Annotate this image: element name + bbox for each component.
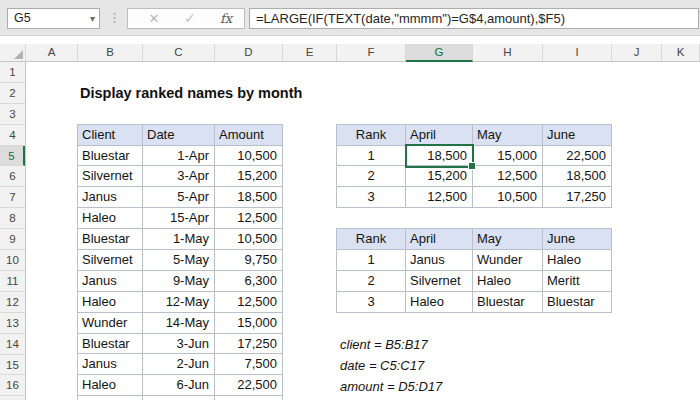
table-cell[interactable]: Haleo <box>543 250 612 271</box>
table-cell[interactable]: 18,500 <box>543 166 612 187</box>
table-cell[interactable]: 22,500 <box>215 375 283 396</box>
row-header-12[interactable]: 12 <box>0 292 25 313</box>
table-cell[interactable]: Janus <box>78 187 143 208</box>
table-cell[interactable]: 7,500 <box>215 354 283 375</box>
table-cell[interactable]: Silvernet <box>78 250 143 271</box>
table-cell[interactable]: Bluestar <box>543 292 612 313</box>
table-cell[interactable]: 12,500 <box>473 166 543 187</box>
table-cell[interactable]: Janus <box>78 271 143 292</box>
row-header-10[interactable]: 10 <box>0 250 25 271</box>
column-header-H[interactable]: H <box>473 44 543 61</box>
table-cell[interactable]: 15,000 <box>215 313 283 334</box>
table-cell[interactable]: 22,500 <box>543 146 612 167</box>
table-cell[interactable]: 14-May <box>143 313 215 334</box>
table-cell[interactable]: 15-Apr <box>143 208 215 229</box>
table-cell[interactable]: Bluestar <box>78 334 143 355</box>
table-cell[interactable]: 6-Jun <box>143 375 215 396</box>
select-all-corner[interactable] <box>0 44 26 61</box>
column-header-D[interactable]: D <box>215 44 283 61</box>
table-cell[interactable]: 1 <box>337 146 406 167</box>
table-cell[interactable]: Janus <box>78 354 143 375</box>
table-cell[interactable]: Janus <box>406 250 473 271</box>
column-header-cell[interactable]: June <box>543 125 612 146</box>
table-cell[interactable]: Wunder <box>78 313 143 334</box>
table-cell[interactable]: 17,250 <box>215 334 283 355</box>
row-header-16[interactable]: 16 <box>0 376 25 397</box>
table-cell[interactable]: 1 <box>337 250 406 271</box>
row-header-8[interactable]: 8 <box>0 208 25 229</box>
insert-function-icon[interactable]: fx <box>214 9 238 28</box>
table-cell[interactable]: 1-May <box>143 229 215 250</box>
table-cell[interactable]: 6,300 <box>215 271 283 292</box>
table-cell[interactable]: 10,500 <box>473 187 543 208</box>
table-cell[interactable]: Silvernet <box>78 166 143 187</box>
row-header-2[interactable]: 2 <box>0 83 25 104</box>
column-header-F[interactable]: F <box>337 44 406 61</box>
column-header-cell[interactable]: Client <box>78 125 143 146</box>
column-header-A[interactable]: A <box>26 44 78 61</box>
table-cell[interactable]: Meritt <box>543 271 612 292</box>
table-cell[interactable]: 2-Jun <box>143 354 215 375</box>
table-cell[interactable]: 2 <box>337 166 406 187</box>
row-header-4[interactable]: 4 <box>0 125 25 146</box>
table-cell[interactable]: 12,500 <box>406 187 473 208</box>
column-header-cell[interactable]: May <box>473 125 543 146</box>
row-header-6[interactable]: 6 <box>0 167 25 188</box>
row-header-15[interactable]: 15 <box>0 355 25 376</box>
row-header-1[interactable]: 1 <box>0 62 25 83</box>
table-cell[interactable]: 18,500 <box>215 187 283 208</box>
formula-input[interactable]: =LARGE(IF(TEXT(date,"mmmm")=G$4,amount),… <box>249 8 699 29</box>
column-header-B[interactable]: B <box>78 44 143 61</box>
table-cell[interactable]: Haleo <box>78 292 143 313</box>
column-header-cell[interactable]: Amount <box>215 125 283 146</box>
cancel-icon[interactable]: ✕ <box>142 9 166 28</box>
table-cell[interactable]: 18,500 <box>215 396 283 400</box>
table-cell[interactable]: 3-Jun <box>143 334 215 355</box>
enter-icon[interactable]: ✓ <box>178 9 202 28</box>
table-cell[interactable]: Haleo <box>78 208 143 229</box>
table-cell[interactable]: 15,200 <box>406 166 473 187</box>
table-cell[interactable]: 12,500 <box>215 208 283 229</box>
table-cell[interactable]: 9,750 <box>215 250 283 271</box>
row-header-14[interactable]: 14 <box>0 334 25 355</box>
table-cell[interactable]: Haleo <box>473 271 543 292</box>
table-cell[interactable]: Bluestar <box>78 229 143 250</box>
table-cell[interactable]: Meritt <box>78 396 143 400</box>
column-header-K[interactable]: K <box>662 44 700 61</box>
table-cell[interactable]: 3-Apr <box>143 166 215 187</box>
name-box-dropdown-icon[interactable]: ▾ <box>90 9 95 28</box>
column-header-J[interactable]: J <box>612 44 662 61</box>
table-cell[interactable]: 3 <box>337 292 406 313</box>
row-header-17[interactable]: 17 <box>0 396 25 400</box>
table-cell[interactable]: Haleo <box>78 375 143 396</box>
table-cell[interactable]: 17,250 <box>543 187 612 208</box>
table-cell[interactable]: Bluestar <box>473 292 543 313</box>
column-header-I[interactable]: I <box>543 44 612 61</box>
table-cell[interactable]: 10,500 <box>215 229 283 250</box>
row-header-7[interactable]: 7 <box>0 187 25 208</box>
table-cell[interactable]: 5-May <box>143 250 215 271</box>
table-cell[interactable]: Silvernet <box>406 271 473 292</box>
column-header-cell[interactable]: Rank <box>337 229 406 250</box>
column-header-E[interactable]: E <box>283 44 337 61</box>
column-header-cell[interactable]: April <box>406 125 473 146</box>
fill-handle[interactable] <box>468 162 476 170</box>
row-header-3[interactable]: 3 <box>0 104 25 125</box>
row-header-11[interactable]: 11 <box>0 271 25 292</box>
selected-cell-outline[interactable] <box>405 144 474 168</box>
column-header-cell[interactable]: April <box>406 229 473 250</box>
table-cell[interactable]: 5-Apr <box>143 187 215 208</box>
column-header-G[interactable]: G <box>406 44 473 62</box>
table-cell[interactable]: 2 <box>337 271 406 292</box>
row-header-5[interactable]: 5 <box>0 146 25 167</box>
table-cell[interactable]: Wunder <box>473 250 543 271</box>
row-header-9[interactable]: 9 <box>0 229 25 250</box>
table-cell[interactable]: 3 <box>337 187 406 208</box>
column-header-cell[interactable]: Date <box>143 125 215 146</box>
table-cell[interactable]: 9-May <box>143 271 215 292</box>
column-header-cell[interactable]: June <box>543 229 612 250</box>
table-cell[interactable]: 12-May <box>143 292 215 313</box>
column-header-C[interactable]: C <box>143 44 215 61</box>
table-cell[interactable]: 10,500 <box>215 146 283 167</box>
column-header-cell[interactable]: Rank <box>337 125 406 146</box>
